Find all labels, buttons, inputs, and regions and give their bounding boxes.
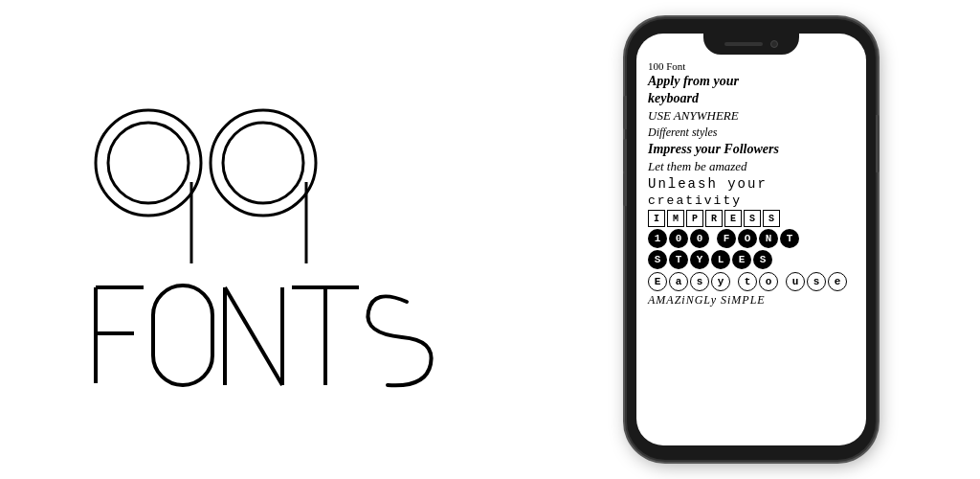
screen-line-8: Unleash your [648, 176, 855, 192]
notch-speaker [724, 42, 763, 46]
circle-L: L [711, 250, 730, 269]
circle-S1: S [648, 250, 667, 269]
screen-line-6: Impress your Followers [648, 142, 855, 157]
svg-point-0 [96, 110, 201, 216]
main-container: 100 Font Apply from your keyboard USE AN… [0, 0, 980, 479]
outline-E: E [648, 272, 667, 291]
circle-E2: E [732, 250, 751, 269]
boxed-I: I [648, 210, 665, 227]
circle-0b: 0 [690, 229, 709, 248]
screen-line-4: USE ANYWHERE [648, 108, 855, 124]
boxed-R: R [705, 210, 723, 227]
circle-T2: T [669, 250, 688, 269]
boxed-M: M [667, 210, 684, 227]
circle-S2b: S [753, 250, 772, 269]
circle-Y: Y [690, 250, 709, 269]
screen-line-14: AMAZiNGLy SiMPLE [648, 293, 855, 308]
screen-content: 100 Font Apply from your keyboard USE AN… [636, 34, 866, 317]
screen-line-5: Different styles [648, 125, 855, 140]
svg-line-12 [225, 287, 282, 385]
screen-line-11: 1 0 0 F O N T [648, 229, 855, 248]
logo-svg [77, 86, 440, 393]
screen-line-7: Let them be amazed [648, 159, 855, 174]
screen-line-13: E a s y t o u s e [648, 272, 855, 291]
boxed-P: P [686, 210, 703, 227]
screen-line-9: creativity [648, 194, 855, 208]
boxed-S: S [744, 210, 761, 227]
svg-rect-10 [153, 285, 212, 385]
screen-line-12: S T Y L E S [648, 250, 855, 269]
outline-o: o [759, 272, 778, 291]
circle-0a: 0 [669, 229, 688, 248]
svg-point-4 [211, 110, 316, 216]
phone-screen: 100 Font Apply from your keyboard USE AN… [636, 34, 866, 445]
circle-F: F [717, 229, 736, 248]
logo-area [77, 86, 536, 393]
svg-point-5 [223, 123, 303, 203]
circle-N: N [759, 229, 778, 248]
outline-a: a [669, 272, 688, 291]
circle-O: O [738, 229, 757, 248]
phone-area: 100 Font Apply from your keyboard USE AN… [536, 19, 967, 460]
outline-t: t [738, 272, 757, 291]
screen-line-2: Apply from your [648, 74, 855, 89]
phone-notch [703, 34, 799, 55]
phone-mockup: 100 Font Apply from your keyboard USE AN… [627, 19, 876, 460]
screen-line-1: 100 Font [648, 60, 855, 72]
outline-u: u [786, 272, 805, 291]
notch-camera [770, 40, 778, 48]
circle-1: 1 [648, 229, 667, 248]
circle-T: T [780, 229, 799, 248]
screen-line-10: I M P R E S S [648, 210, 855, 227]
outline-s: s [690, 272, 709, 291]
outline-e2: e [828, 272, 847, 291]
outline-y: y [711, 272, 730, 291]
boxed-E: E [724, 210, 742, 227]
boxed-S2: S [763, 210, 780, 227]
screen-line-3: keyboard [648, 91, 855, 106]
svg-point-1 [108, 123, 189, 203]
outline-s2: s [807, 272, 826, 291]
